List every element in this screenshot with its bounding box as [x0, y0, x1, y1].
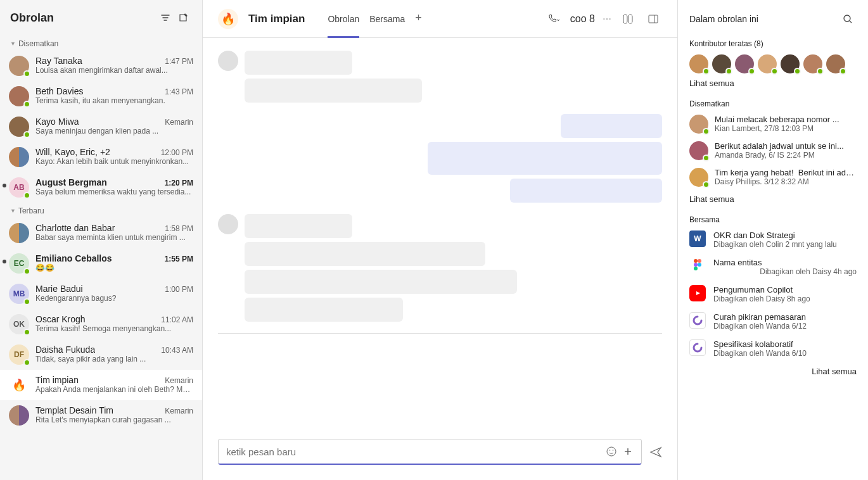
- chat-main: 🔥 Tim impian Obrolan Bersama + ⌄ coo 8 ⋯: [203, 0, 678, 480]
- sidebar-header: Obrolan: [0, 0, 202, 35]
- message-bubble[interactable]: [245, 51, 352, 75]
- chat-tabs: Obrolan Bersama +: [328, 11, 421, 27]
- tab-shared[interactable]: Bersama: [369, 11, 405, 27]
- details-panel: Dalam obrolan ini Kontributor teratas (8…: [678, 0, 868, 480]
- tab-chat[interactable]: Obrolan: [328, 11, 359, 27]
- unread-dot: [3, 184, 6, 187]
- avatar: [9, 86, 29, 106]
- avatar: DF: [9, 344, 29, 365]
- message-avatar: [218, 214, 238, 234]
- add-tab-icon[interactable]: +: [415, 11, 422, 27]
- contributor-avatar[interactable]: [803, 54, 822, 73]
- avatar: [689, 141, 708, 160]
- section-recent[interactable]: ▼Terbaru: [0, 203, 202, 218]
- chat-item[interactable]: Charlotte dan Babar1:58 PMBabar saya mem…: [0, 218, 202, 248]
- svg-point-11: [694, 259, 698, 263]
- svg-point-5: [610, 450, 611, 451]
- svg-rect-1: [629, 15, 632, 23]
- avatar: [689, 115, 708, 134]
- chat-item[interactable]: DF Daisha Fukuda10:43 AMTidak, saya piki…: [0, 339, 202, 370]
- avatar-fire-icon: 🔥: [9, 375, 29, 395]
- avatar: [9, 405, 29, 426]
- sidebar-title: Obrolan: [10, 11, 156, 25]
- emoji-icon[interactable]: [606, 446, 617, 457]
- shared-file[interactable]: Spesifikasi kolaboratifDibagikan oleh Wa…: [689, 339, 857, 358]
- contributor-avatar[interactable]: [826, 54, 845, 73]
- chat-avatar-fire-icon: 🔥: [218, 9, 238, 29]
- avatar: EC: [9, 253, 29, 274]
- pinned-label: Disematkan: [689, 99, 857, 108]
- panel-toggle-icon[interactable]: [644, 10, 662, 28]
- chat-item[interactable]: OK Oscar Krogh11:02 AMTerima kasih! Semo…: [0, 309, 202, 339]
- compose-box[interactable]: [218, 439, 642, 465]
- svg-rect-0: [623, 15, 627, 23]
- search-icon[interactable]: [839, 10, 857, 28]
- chat-item[interactable]: MB Marie Badui1:00 PMKedengarannya bagus…: [0, 279, 202, 309]
- chat-item[interactable]: Ray Tanaka1:47 PMLouisa akan mengirimkan…: [0, 51, 202, 81]
- svg-point-14: [698, 263, 701, 267]
- pinned-message[interactable]: Berikut adalah jadwal untuk se ini...Ama…: [689, 141, 857, 160]
- word-icon: W: [689, 231, 706, 247]
- chat-item[interactable]: AB August Bergman1:20 PMSaya belum memer…: [0, 172, 202, 203]
- youtube-icon: [689, 285, 706, 301]
- avatar: [9, 117, 29, 137]
- message-avatar: [218, 51, 238, 71]
- svg-line-10: [850, 21, 852, 23]
- contributor-avatar[interactable]: [689, 54, 708, 73]
- see-all-shared[interactable]: Lihat semua: [689, 367, 857, 376]
- chat-item[interactable]: Templat Desain TimKemarinRita Let's meny…: [0, 400, 202, 431]
- contributor-avatar[interactable]: [758, 54, 777, 73]
- avatar: AB: [9, 177, 29, 198]
- message-input[interactable]: [226, 446, 601, 457]
- contributor-avatar[interactable]: [781, 54, 800, 73]
- chat-item[interactable]: Kayo MiwaKemarinSaya meninjau dengan kli…: [0, 111, 202, 142]
- message-bubble[interactable]: [245, 214, 352, 238]
- contributor-avatar[interactable]: [735, 54, 754, 73]
- svg-point-12: [698, 259, 701, 263]
- contributor-avatar[interactable]: [712, 54, 731, 73]
- section-pinned[interactable]: ▼Disematkan: [0, 35, 202, 51]
- message-bubble[interactable]: [245, 242, 485, 266]
- chat-item-active[interactable]: 🔥 Tim impianKemarinApakah Anda menjalank…: [0, 370, 202, 400]
- figma-icon: [689, 258, 706, 274]
- attach-icon[interactable]: [622, 446, 634, 457]
- filter-icon[interactable]: [156, 9, 174, 27]
- svg-point-6: [613, 450, 614, 451]
- svg-rect-2: [649, 15, 658, 23]
- avatar: [689, 168, 708, 187]
- message-bubble[interactable]: [561, 114, 662, 138]
- unread-dot: [3, 260, 6, 263]
- compose-area: [203, 431, 677, 480]
- message-bubble[interactable]: [245, 270, 517, 294]
- see-all-contributors[interactable]: Lihat semua: [689, 79, 857, 88]
- pinned-message[interactable]: Mulai melacak beberapa nomor ...Kian Lam…: [689, 115, 857, 134]
- chat-item[interactable]: EC Emiliano Ceballos1:55 PM😂😂: [0, 248, 202, 279]
- chat-item[interactable]: Will, Kayo, Eric, +212:00 PMKayo: Akan l…: [0, 142, 202, 172]
- participant-count[interactable]: coo 8: [570, 13, 595, 25]
- message-divider: [218, 333, 662, 334]
- message-bubble[interactable]: [510, 179, 662, 203]
- shared-file[interactable]: W OKR dan Dok StrategiDibagikan oleh Col…: [689, 231, 857, 249]
- svg-point-9: [844, 15, 850, 22]
- chat-item[interactable]: Beth Davies1:43 PMTerima kasih, itu akan…: [0, 81, 202, 111]
- message-list: [203, 38, 677, 431]
- loop-icon: [689, 339, 706, 356]
- avatar: [9, 56, 29, 76]
- chat-list-sidebar: Obrolan ▼Disematkan Ray Tanaka1:47 PMLou…: [0, 0, 203, 480]
- see-all-pinned[interactable]: Lihat semua: [689, 194, 857, 204]
- message-group-sent: [218, 114, 662, 203]
- message-bubble[interactable]: [428, 142, 662, 175]
- panel-header: Dalam obrolan ini: [689, 10, 857, 28]
- shared-label: Bersama: [689, 215, 857, 224]
- svg-point-4: [607, 447, 616, 456]
- shared-file[interactable]: Pengumuman CopilotDibagikan oleh Daisy 8…: [689, 285, 857, 303]
- new-chat-icon[interactable]: [174, 9, 192, 27]
- shared-file[interactable]: Curah pikiran pemasaranDibagikan oleh Wa…: [689, 312, 857, 331]
- call-icon[interactable]: ⌄: [545, 10, 563, 28]
- message-bubble[interactable]: [245, 79, 422, 103]
- pinned-message[interactable]: Tim kerja yang hebat! Berikut ini adalah…: [689, 168, 857, 187]
- shared-file[interactable]: Nama entitasDibagikan oleh Daisy 4h ago: [689, 258, 857, 276]
- send-icon[interactable]: [649, 446, 662, 458]
- message-bubble[interactable]: [245, 298, 403, 322]
- copilot-icon[interactable]: [619, 10, 637, 28]
